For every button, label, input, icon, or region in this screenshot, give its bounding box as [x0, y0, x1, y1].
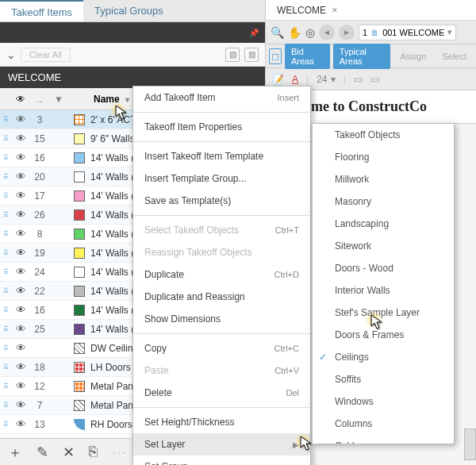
visibility-icon[interactable]: 👁: [11, 133, 30, 144]
col-number[interactable]: ..: [30, 94, 49, 105]
prev-page-icon[interactable]: ◄: [319, 25, 335, 40]
visibility-icon[interactable]: 👁: [11, 171, 30, 183]
layer-item[interactable]: Windows: [313, 390, 454, 413]
layer-item[interactable]: Stef's Sample Layer: [313, 302, 454, 324]
layer-item[interactable]: Takeoff Objects: [313, 124, 454, 146]
font-size-select[interactable]: 24 ▾: [317, 74, 335, 85]
drag-handle-icon[interactable]: ⠿: [0, 173, 11, 181]
delete-icon[interactable]: ✕: [63, 444, 75, 461]
typical-areas-button[interactable]: Typical Areas: [333, 44, 391, 69]
filter-icon[interactable]: ▼: [49, 94, 68, 105]
layer-item[interactable]: Flooring: [313, 146, 454, 168]
visibility-icon[interactable]: 👁: [11, 323, 30, 335]
drag-handle-icon[interactable]: ⠿: [0, 287, 11, 295]
drag-handle-icon[interactable]: ⠿: [0, 268, 11, 276]
sort-icon[interactable]: ▾: [125, 95, 129, 104]
edit-icon[interactable]: ✎: [36, 444, 48, 461]
add-icon[interactable]: ＋: [8, 443, 22, 462]
menu-item[interactable]: Set Group▶: [133, 455, 310, 465]
menu-item[interactable]: Set Layer▶: [133, 433, 310, 455]
menu-item[interactable]: Insert Template Group...: [133, 167, 310, 190]
right-tab-label: WELCOME: [277, 5, 326, 16]
layer-item[interactable]: Sitework: [313, 235, 454, 257]
visibility-icon[interactable]: 👁: [11, 285, 30, 297]
layer-item[interactable]: Cable: [313, 435, 454, 444]
visibility-icon[interactable]: 👁: [11, 152, 30, 163]
layer-item[interactable]: Doors & Frames: [313, 324, 454, 346]
fill-icon[interactable]: ▭: [354, 74, 363, 85]
assign-button[interactable]: Assign: [393, 48, 432, 64]
tab-takeoff-items[interactable]: Takeoff Items: [0, 0, 83, 21]
text-icon[interactable]: 📝: [272, 74, 284, 85]
layer-item[interactable]: Millwork: [313, 168, 454, 190]
drag-handle-icon[interactable]: ⠿: [0, 154, 11, 162]
menu-item[interactable]: DeleteDel: [133, 382, 310, 404]
layer-item[interactable]: Interior Walls: [313, 279, 454, 302]
visibility-icon[interactable]: 👁: [11, 113, 30, 125]
drag-handle-icon[interactable]: ⠿: [0, 363, 11, 371]
menu-item[interactable]: Save as Template(s): [133, 190, 310, 212]
visibility-icon[interactable]: 👁: [11, 209, 30, 221]
visibility-icon[interactable]: 👁: [11, 247, 30, 259]
visibility-icon[interactable]: 👁: [11, 399, 30, 411]
select-button[interactable]: Select: [436, 48, 473, 64]
chevron-down-icon[interactable]: ⌄: [6, 48, 16, 61]
scrollbar[interactable]: [464, 428, 476, 460]
visibility-icon[interactable]: 👁: [11, 380, 30, 392]
drag-handle-icon[interactable]: ⠿: [0, 382, 11, 390]
tab-typical-groups[interactable]: Typical Groups: [83, 0, 175, 21]
drag-handle-icon[interactable]: ⠿: [0, 344, 11, 352]
more-icon[interactable]: ⋯: [112, 444, 126, 461]
visibility-icon[interactable]: 👁: [11, 342, 30, 354]
layer-item[interactable]: Ceilings: [313, 346, 454, 368]
layer-item[interactable]: Doors - Wood: [313, 257, 454, 279]
visibility-icon[interactable]: 👁: [11, 190, 30, 202]
visibility-icon[interactable]: 👁: [11, 228, 30, 240]
drag-handle-icon[interactable]: ⠿: [0, 192, 11, 200]
area-icon[interactable]: ◻: [269, 48, 282, 64]
menu-item[interactable]: Takeoff Item Properties: [133, 116, 310, 138]
chevron-down-icon[interactable]: ▾: [331, 74, 336, 85]
drag-handle-icon[interactable]: ⠿: [0, 421, 11, 428]
layer-item[interactable]: Soffits: [313, 368, 454, 390]
font-color-icon[interactable]: A: [292, 74, 298, 85]
visibility-icon[interactable]: 👁: [11, 304, 30, 316]
layer-item[interactable]: Landscaping: [313, 213, 454, 235]
dropdown-icon[interactable]: ▾: [447, 27, 452, 37]
drag-handle-icon[interactable]: ⠿: [0, 306, 11, 314]
drag-handle-icon[interactable]: ⠿: [0, 135, 11, 143]
menu-item[interactable]: DuplicateCtrl+D: [133, 263, 310, 286]
copy-icon[interactable]: ⎘: [89, 444, 98, 460]
menu-item[interactable]: CopyCtrl+C: [133, 337, 310, 359]
search-icon[interactable]: 🔍: [271, 26, 284, 39]
menu-item[interactable]: Insert Takeoff Item Template: [133, 145, 310, 167]
pin-icon[interactable]: 📌: [249, 29, 259, 37]
bid-areas-button[interactable]: Bid Areas: [285, 44, 330, 69]
drag-handle-icon[interactable]: ⠿: [0, 402, 11, 409]
menu-item[interactable]: Add Takeoff ItemInsert: [133, 86, 310, 109]
menu-item[interactable]: Show Dimensions: [133, 308, 310, 330]
visibility-icon[interactable]: 👁: [11, 266, 30, 278]
layer-item[interactable]: Masonry: [313, 190, 454, 213]
menu-item[interactable]: Duplicate and Reassign: [133, 286, 310, 308]
visibility-icon[interactable]: 👁: [11, 418, 30, 430]
layer-item[interactable]: Columns: [313, 413, 454, 435]
target-icon[interactable]: ◎: [305, 26, 315, 39]
image-icon-1[interactable]: ▧: [225, 48, 240, 62]
image-icon-2[interactable]: ▨: [244, 48, 259, 62]
drag-handle-icon[interactable]: ⠿: [0, 230, 11, 238]
stroke-icon[interactable]: ▭: [370, 74, 379, 85]
clear-all-button[interactable]: Clear All: [21, 48, 71, 62]
col-visibility[interactable]: 👁: [11, 94, 30, 105]
drag-handle-icon[interactable]: ⠿: [0, 249, 11, 257]
drag-handle-icon[interactable]: ⠿: [0, 116, 11, 124]
page-selector[interactable]: 1 🗎 001 WELCOME ▾: [359, 25, 456, 40]
right-tab-welcome[interactable]: WELCOME ×: [272, 2, 342, 19]
drag-handle-icon[interactable]: ⠿: [0, 325, 11, 333]
visibility-icon[interactable]: 👁: [11, 361, 30, 373]
next-page-icon[interactable]: ►: [339, 25, 355, 40]
drag-handle-icon[interactable]: ⠿: [0, 211, 11, 219]
pan-icon[interactable]: ✋: [288, 26, 301, 39]
menu-item[interactable]: Set Height/Thickness: [133, 411, 310, 433]
close-icon[interactable]: ×: [332, 5, 337, 16]
